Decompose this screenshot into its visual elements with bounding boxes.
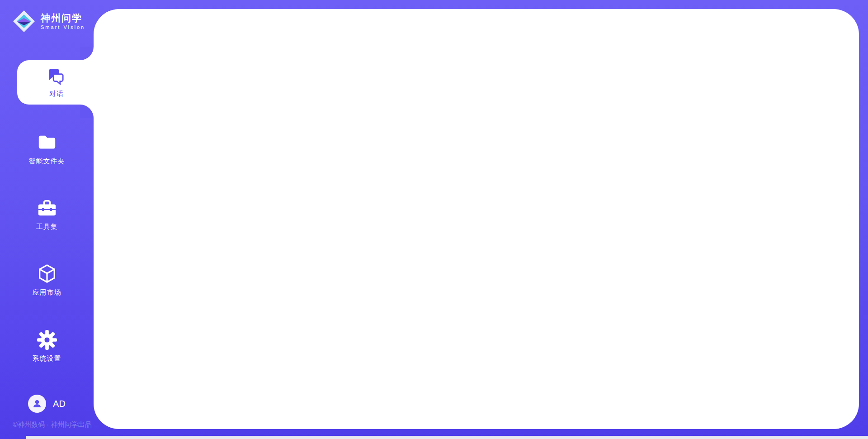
main-content-panel (94, 9, 859, 429)
brand-logo[interactable]: 神州问学 Smart Vision (13, 10, 85, 33)
active-tab-fillet-top (80, 47, 94, 60)
avatar (28, 395, 46, 413)
sidebar-item-app-market[interactable]: 应用市场 (0, 263, 94, 297)
window-bottom-edge (26, 436, 868, 439)
brand-diamond-icon (13, 10, 35, 33)
cube-icon (37, 263, 57, 284)
copyright-text: ©神州数码 · 神州问学出品 (13, 420, 91, 429)
gear-icon (37, 329, 57, 350)
sidebar-item-settings[interactable]: 系统设置 (0, 329, 94, 363)
person-icon (32, 398, 42, 409)
sidebar-item-toolset[interactable]: 工具集 (0, 198, 94, 231)
sidebar-item-label: 系统设置 (33, 354, 61, 363)
sidebar-item-label: 对话 (49, 90, 64, 98)
app-window: 神州问学 Smart Vision 对话 智能文件夹 工具集 (0, 0, 868, 439)
sidebar-item-label: 工具集 (36, 223, 58, 231)
sidebar-item-label: 应用市场 (33, 288, 61, 297)
user-initials: AD (53, 399, 66, 409)
sidebar-item-label: 智能文件夹 (29, 157, 65, 166)
folder-icon (37, 132, 57, 153)
brand-text: 神州问学 Smart Vision (41, 13, 85, 30)
brand-subtitle: Smart Vision (41, 24, 85, 30)
chat-icon (47, 67, 66, 86)
sidebar-item-chat[interactable]: 对话 (17, 60, 96, 105)
toolbox-icon (37, 198, 57, 219)
brand-name: 神州问学 (41, 13, 85, 24)
user-account[interactable]: AD (0, 395, 94, 413)
active-tab-fillet-bottom (80, 105, 94, 118)
sidebar-item-smart-folder[interactable]: 智能文件夹 (0, 132, 94, 166)
